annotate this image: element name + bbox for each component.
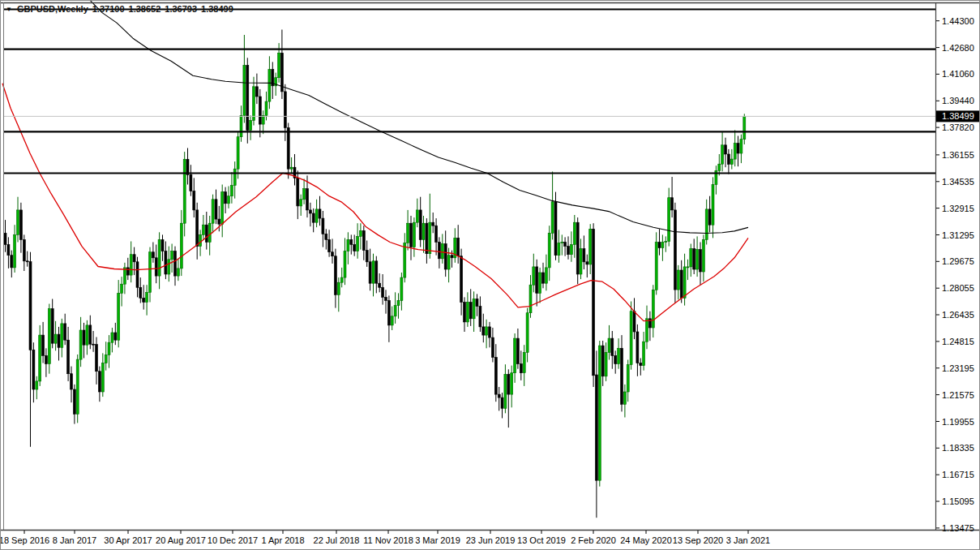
chart-background — [1, 1, 980, 550]
svg-text:1.29675: 1.29675 — [942, 256, 974, 266]
quote-high: 1.38652 — [129, 4, 161, 14]
svg-text:1 Apr 2018: 1 Apr 2018 — [261, 535, 304, 545]
chart-shift-marker-icon[interactable]: ▼ — [6, 6, 12, 13]
svg-text:13 Oct 2019: 13 Oct 2019 — [517, 535, 566, 545]
chart-title: ▼ GBPUSD,Weekly 1.37100 1.38652 1.36793 … — [6, 3, 233, 15]
svg-text:1.34535: 1.34535 — [942, 177, 974, 187]
svg-text:13 Sep 2020: 13 Sep 2020 — [673, 535, 723, 545]
svg-text:1.39440: 1.39440 — [942, 96, 974, 105]
svg-text:1.19955: 1.19955 — [942, 417, 974, 427]
svg-text:1.23195: 1.23195 — [942, 363, 974, 373]
svg-text:8 Jan 2017: 8 Jan 2017 — [53, 535, 96, 545]
svg-text:24 May 2020: 24 May 2020 — [620, 535, 672, 545]
chart-window: ▼ GBPUSD,Weekly 1.37100 1.38652 1.36793 … — [0, 0, 980, 550]
svg-text:1.15095: 1.15095 — [942, 496, 974, 506]
svg-text:1.21575: 1.21575 — [942, 390, 974, 400]
quote-close: 1.38499 — [201, 4, 233, 14]
quote-low: 1.36793 — [165, 4, 197, 14]
svg-text:18 Sep 2016: 18 Sep 2016 — [1, 535, 49, 545]
svg-text:1.18335: 1.18335 — [942, 443, 974, 453]
svg-text:30 Apr 2017: 30 Apr 2017 — [104, 535, 152, 545]
svg-text:1.42680: 1.42680 — [942, 43, 974, 53]
svg-text:23 Jun 2019: 23 Jun 2019 — [466, 535, 516, 545]
symbol-period-label: GBPUSD,Weekly — [17, 4, 88, 14]
svg-text:3 Jan 2021: 3 Jan 2021 — [726, 535, 770, 545]
svg-text:1.37820: 1.37820 — [942, 122, 974, 132]
svg-text:20 Aug 2017: 20 Aug 2017 — [156, 535, 206, 545]
svg-text:1.31295: 1.31295 — [942, 230, 974, 240]
svg-text:11 Nov 2018: 11 Nov 2018 — [363, 535, 413, 545]
svg-text:3 Mar 2019: 3 Mar 2019 — [415, 535, 460, 545]
svg-text:1.26435: 1.26435 — [942, 310, 974, 320]
svg-text:1.44300: 1.44300 — [942, 16, 974, 26]
chart-canvas[interactable]: 1.443001.426801.410601.394401.378201.361… — [1, 1, 980, 550]
current-price-tag: 1.38499 — [936, 110, 980, 122]
svg-text:10 Dec 2017: 10 Dec 2017 — [208, 535, 258, 545]
quote-open: 1.37100 — [92, 4, 125, 14]
svg-text:1.24815: 1.24815 — [942, 337, 974, 346]
svg-text:1.32915: 1.32915 — [942, 204, 974, 213]
svg-text:1.36155: 1.36155 — [942, 150, 974, 160]
svg-text:1.16715: 1.16715 — [942, 470, 974, 479]
svg-text:1.41060: 1.41060 — [942, 69, 974, 79]
svg-text:1.28055: 1.28055 — [942, 283, 974, 293]
svg-text:1.38499: 1.38499 — [942, 111, 974, 121]
svg-text:22 Jul 2018: 22 Jul 2018 — [314, 535, 360, 545]
svg-text:2 Feb 2020: 2 Feb 2020 — [571, 535, 616, 545]
svg-text:1.13475: 1.13475 — [942, 523, 974, 533]
